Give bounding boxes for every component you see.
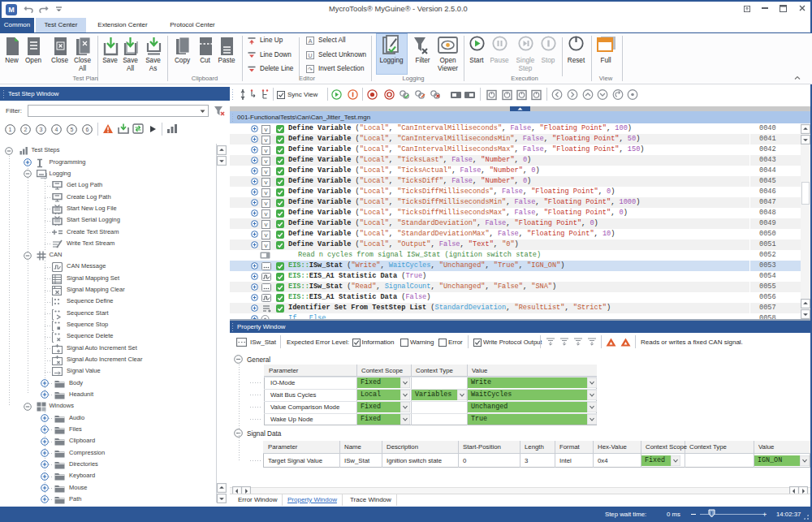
- svg-text:v: v: [264, 211, 268, 218]
- svg-text:2: 2: [24, 127, 27, 132]
- svg-text:v: v: [264, 232, 268, 239]
- svg-text:v: v: [264, 137, 268, 144]
- svg-text:A: A: [309, 38, 313, 44]
- svg-text:v: v: [264, 243, 268, 249]
- svg-text:v: v: [264, 158, 268, 165]
- svg-text:v: v: [264, 201, 268, 207]
- svg-text:v: v: [264, 169, 268, 175]
- svg-text:v: v: [264, 179, 268, 186]
- svg-text:1: 1: [8, 127, 11, 132]
- svg-text:v: v: [264, 190, 268, 196]
- svg-text:v: v: [264, 222, 268, 228]
- svg-text:5: 5: [70, 127, 73, 132]
- svg-text:v: v: [264, 148, 268, 154]
- svg-text:v: v: [264, 127, 268, 133]
- svg-text:6: 6: [85, 127, 89, 132]
- svg-text:3: 3: [39, 127, 42, 132]
- svg-text:4: 4: [54, 127, 58, 132]
- svg-text:U: U: [308, 52, 312, 58]
- svg-text:↷: ↷: [308, 67, 313, 72]
